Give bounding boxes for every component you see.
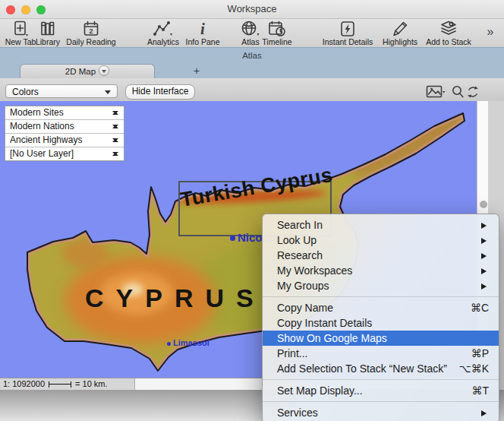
- menu-item-my-groups[interactable]: My Groups: [263, 278, 499, 293]
- submenu-arrow-icon: [481, 268, 490, 274]
- chevron-down-icon: [105, 90, 111, 97]
- menu-item-look-up[interactable]: Look Up: [263, 233, 499, 248]
- menu-item-set-map-display[interactable]: Set Map Display...⌘T: [263, 383, 499, 398]
- tab-label: 2D Map: [65, 67, 96, 76]
- add-to-stack-button[interactable]: Add to Stack: [416, 20, 481, 47]
- search-icon[interactable]: [451, 85, 465, 99]
- layer-selector-panel: Modern Sites Modern Nations Ancient High…: [5, 106, 124, 161]
- svg-text:i: i: [200, 21, 205, 37]
- tab-dropdown-icon[interactable]: [99, 65, 109, 76]
- shortcut: ⌘C: [471, 300, 489, 315]
- stepper-arrows-icon: [112, 109, 118, 117]
- tab-2d-map[interactable]: 2D Map: [20, 64, 155, 78]
- menu-separator: [263, 401, 499, 402]
- scale-ratio: 1: 1092000: [3, 378, 45, 390]
- atlas-bar: Atlas: [0, 47, 504, 65]
- layer-select-2[interactable]: Modern Nations: [5, 120, 124, 134]
- menu-item-copy-name[interactable]: Copy Name⌘C: [263, 300, 499, 315]
- shortcut: ⌥⌘K: [459, 361, 489, 376]
- screen: { "window": { "title": "Workspace" }, "t…: [0, 0, 504, 421]
- main-toolbar: New Tab Library 2 Daily Reading Analytic…: [0, 19, 504, 48]
- daily-reading-icon: 2: [58, 21, 124, 38]
- hide-interface-button[interactable]: Hide Interface: [125, 84, 195, 100]
- shortcut: ⌘P: [471, 346, 489, 361]
- stepper-arrows-icon: [112, 122, 118, 131]
- map-scale-readout: 1: 1092000 = 10 km.: [0, 378, 135, 390]
- timeline-icon: [244, 21, 310, 38]
- stepper-arrows-icon: [112, 150, 118, 158]
- city-dot-limassol: [167, 342, 171, 346]
- colors-dropdown-value: Colors: [12, 87, 39, 97]
- city-label-limassol: Limassol: [173, 338, 209, 347]
- menu-item-copy-instant-details[interactable]: Copy Instant Details: [263, 315, 499, 331]
- menu-item-show-on-google-maps[interactable]: Show On Google Maps: [263, 331, 499, 346]
- submenu-arrow-icon: [481, 410, 490, 416]
- timeline-button[interactable]: Timeline: [244, 20, 310, 47]
- submenu-arrow-icon: [481, 283, 490, 290]
- toolbar-overflow-chevron-icon[interactable]: »: [483, 25, 498, 39]
- tab-bar: 2D Map +: [0, 64, 504, 78]
- atlas-bar-title: Atlas: [0, 51, 504, 60]
- country-label-cyprus: CYPRUS: [85, 283, 266, 313]
- menu-item-services[interactable]: Services: [263, 405, 499, 420]
- scale-bar-icon: [49, 381, 71, 388]
- submenu-arrow-icon: [481, 238, 490, 244]
- menu-item-my-workspaces[interactable]: My Workspaces: [263, 263, 499, 278]
- refresh-cycle-icon[interactable]: [465, 85, 481, 99]
- scrollbar-thumb[interactable]: [480, 201, 487, 208]
- menu-separator: [263, 296, 499, 297]
- stepper-arrows-icon: [112, 136, 118, 144]
- menu-separator: [263, 379, 499, 380]
- submenu-arrow-icon: [481, 253, 490, 259]
- daily-reading-button[interactable]: 2 Daily Reading: [58, 20, 124, 47]
- map-image-export-button[interactable]: [426, 85, 446, 99]
- context-menu: Search In Look Up Research My Workspaces…: [262, 214, 499, 421]
- new-tab-plus-button[interactable]: +: [190, 64, 203, 78]
- svg-text:2: 2: [89, 27, 93, 35]
- submenu-arrow-icon: [481, 223, 490, 229]
- title-bar: Workspace: [0, 0, 504, 19]
- menu-item-add-selection-to-stack[interactable]: Add Selection To Stack “New Stack”⌥⌘K: [263, 361, 499, 376]
- layer-select-1[interactable]: Modern Sites: [5, 106, 124, 120]
- menu-item-search-in[interactable]: Search In: [263, 217, 499, 233]
- colors-dropdown[interactable]: Colors: [5, 84, 118, 98]
- menu-item-research[interactable]: Research: [263, 248, 499, 263]
- scale-legend: = 10 km.: [75, 378, 108, 390]
- city-dot-nicosia: [230, 236, 235, 241]
- window-title: Workspace: [0, 3, 504, 14]
- toolbar-label: Timeline: [244, 38, 310, 46]
- toolbar-label: Add to Stack: [416, 38, 481, 46]
- add-to-stack-icon: [416, 21, 481, 38]
- shortcut: ⌘T: [471, 383, 489, 398]
- toolbar-label: Daily Reading: [58, 38, 124, 46]
- layer-select-3[interactable]: Ancient Highways: [5, 134, 124, 147]
- menu-item-print[interactable]: Print...⌘P: [263, 346, 499, 361]
- layer-select-4[interactable]: [No User Layer]: [5, 147, 124, 160]
- view-options-bar: Colors Hide Interface: [0, 78, 504, 102]
